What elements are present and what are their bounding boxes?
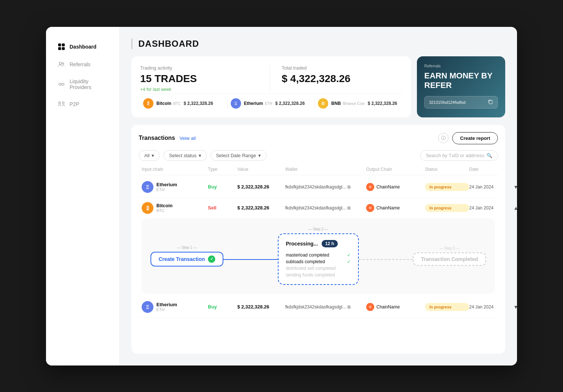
filter-date[interactable]: Select Date Range ▾	[210, 150, 266, 161]
liquidity-icon	[58, 81, 65, 88]
col-type: Type	[208, 167, 237, 172]
chain-icon: ⚙	[366, 303, 374, 311]
referral-title: EARN MONEY BY REFER	[424, 71, 498, 91]
referrals-icon	[58, 61, 65, 68]
tx-value: $ 2,322,328.26	[237, 304, 285, 310]
tx-view-all[interactable]: Veiw all	[180, 135, 196, 141]
coin-row: ₿ Bitcoin BTC $ 2,322,328.26 Ξ Etherium …	[140, 93, 402, 109]
table-row: Ξ Etherium ETH Buy $ 2,322,328.26 fkdsfk…	[139, 177, 498, 198]
step1-block: — Step 1 — Create Transaction ✓	[151, 246, 223, 266]
tx-coin: Ξ Etherium ETH	[142, 181, 208, 193]
chevron-down-icon: ▾	[199, 153, 201, 158]
total-label: Total traded	[282, 65, 403, 71]
trading-activity-section: Trading activity 15 TRADES +4 for last w…	[140, 65, 270, 92]
sidebar-item-referrals[interactable]: Referrals	[49, 56, 116, 73]
step3-text: Transaction Completed	[421, 256, 478, 262]
step2-item: distributed sell completed	[286, 265, 351, 272]
transactions-section: Transactions Veiw all ⓘ Create report Al…	[131, 125, 505, 354]
tx-title-row: Transactions Veiw all	[139, 135, 196, 141]
info-button[interactable]: ⓘ	[438, 133, 449, 143]
svg-point-10	[63, 102, 64, 103]
expand-button[interactable]: ▼	[513, 304, 517, 310]
copy-icon[interactable]: ⧉	[347, 184, 351, 190]
step1-text: Create Transaction	[159, 256, 205, 262]
expand-button[interactable]: ▼	[513, 184, 517, 190]
filter-all[interactable]: All ▾	[139, 150, 160, 161]
tx-actions: ⓘ Create report	[438, 132, 498, 144]
status-badge: In progress	[425, 204, 469, 212]
sidebar-item-dashboard[interactable]: Dashboard	[49, 39, 116, 55]
btc-value: $ 2,322,328.26	[184, 101, 213, 106]
svg-point-7	[62, 83, 64, 85]
svg-point-5	[62, 63, 64, 64]
check-icon: ✓	[347, 259, 351, 264]
tx-wallet: fkdsfkjdsk2342skdasfkagsdgl... ⧉	[285, 205, 366, 211]
step2-block: — Step 2 — Processing... 12 h masterload…	[278, 227, 359, 285]
table-row: ₿ Bitcoin BTC Sell $ 2,322,328.26 fkdsfk…	[139, 198, 498, 218]
chevron-down-icon: ▾	[258, 153, 261, 158]
referral-code-box[interactable]: 321315fsd124fsdfsd	[424, 96, 498, 109]
eth-value: $ 2,322,328.26	[275, 101, 305, 106]
step2-item: sending funds completed	[286, 272, 351, 278]
status-badge: In progress	[425, 303, 469, 311]
collapse-button[interactable]: ▲	[513, 205, 517, 211]
bnb-name: BNB	[331, 101, 341, 106]
bnb-value: $ 2,322,328.26	[368, 101, 397, 106]
tx-date: 24 Jan 2024	[469, 205, 513, 211]
col-value: Value	[237, 167, 285, 172]
create-report-button[interactable]: Create report	[452, 132, 498, 144]
tx-type: Buy	[208, 304, 237, 310]
total-value: $ 4,322,328.26	[282, 73, 403, 85]
tx-coin: ₿ Bitcoin BTC	[142, 202, 208, 214]
btc-coin-icon: ₿	[142, 202, 153, 214]
total-traded-section: Total traded $ 4,322,328.26	[270, 65, 403, 92]
copy-icon[interactable]: ⧉	[347, 205, 351, 211]
col-action	[513, 167, 517, 172]
svg-point-4	[59, 62, 61, 64]
svg-rect-0	[58, 43, 61, 46]
tx-wallet: fkdsfkjdsk2342skdasfkagsdgl... ⧉	[285, 304, 366, 310]
tx-expanded-detail: — Step 1 — Create Transaction ✓ — Step 2…	[142, 218, 495, 294]
tx-chain: ⚙ ChainName	[366, 303, 425, 311]
status-badge: In progress	[425, 183, 469, 191]
step3-block: — Step 3 — Transaction Completed	[413, 246, 486, 266]
chain-icon: ⚙	[366, 183, 374, 191]
col-wallet: Wallet	[285, 167, 366, 172]
svg-rect-1	[62, 43, 65, 46]
tx-table-header: Input chain Type Value Wallet Output Cha…	[139, 167, 498, 175]
tx-date: 24 Jan 2024	[469, 184, 513, 190]
trading-label: Trading activity	[140, 65, 261, 71]
filters-row: All ▾ Select status ▾ Select Date Range …	[139, 150, 498, 161]
search-icon: 🔍	[486, 153, 492, 158]
tx-chain: ⚙ ChainName	[366, 183, 425, 191]
search-box[interactable]: Search by TxID or addrress 🔍	[420, 150, 498, 161]
eth-coin-icon: Ξ	[142, 181, 153, 193]
sidebar-item-liquidity[interactable]: Liquidity Providers	[49, 74, 116, 95]
sidebar-item-p2p[interactable]: P2P	[49, 96, 116, 112]
sidebar-label-p2p: P2P	[70, 101, 79, 107]
step1-box: Create Transaction ✓	[151, 252, 223, 266]
btc-icon: ₿	[143, 98, 153, 109]
connector-line	[223, 259, 278, 260]
step3-label: — Step 3 —	[439, 246, 459, 250]
tx-wallet: fkdsfkjdsk2342skdasfkagsdgl... ⧉	[285, 184, 366, 190]
tx-type: Buy	[208, 184, 237, 190]
col-date: Date	[469, 167, 513, 172]
step2-label: — Step 2 —	[308, 227, 328, 231]
filter-status[interactable]: Select status ▾	[163, 150, 206, 161]
stat-card-main: Trading activity 15 TRADES +4 for last w…	[131, 56, 411, 117]
eth-name: Etherium	[244, 101, 263, 106]
tx-title: Transactions	[139, 135, 175, 141]
btc-name: Bitcoin	[156, 101, 171, 106]
bnb-icon: B	[318, 98, 328, 109]
copy-icon[interactable]: ⧉	[347, 304, 351, 310]
dashboard-icon	[58, 43, 65, 50]
chevron-down-icon: ▾	[152, 153, 154, 158]
step3-box: Transaction Completed	[413, 252, 486, 266]
copy-icon[interactable]	[488, 99, 493, 105]
step2-title-row: Processing... 12 h	[286, 240, 351, 247]
step2-timer: 12 h	[322, 240, 338, 247]
bnb-ticker: Binance Coin	[343, 102, 365, 106]
referral-card: Referrals EARN MONEY BY REFER 321315fsd1…	[417, 56, 505, 117]
main-content: DASHBOARD Trading activity 15 TRADES +4 …	[120, 27, 517, 365]
